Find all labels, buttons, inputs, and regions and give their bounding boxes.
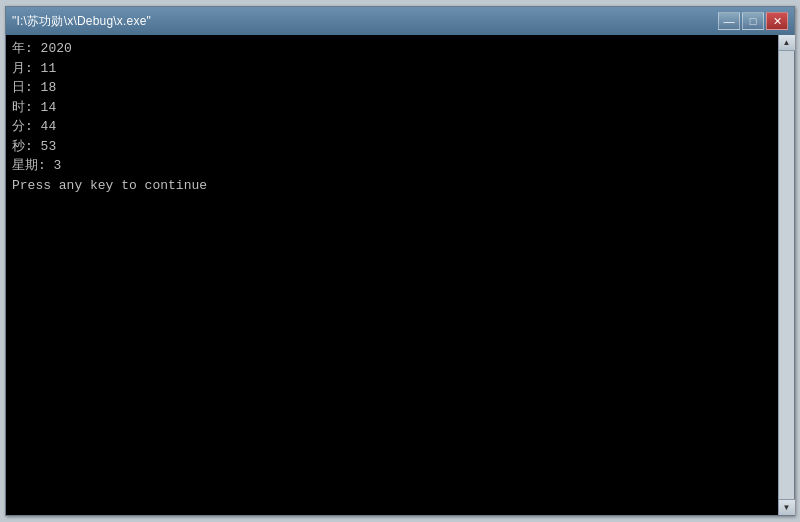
scrollbar-up-button[interactable]: ▲ xyxy=(779,35,795,51)
console-area: 年: 2020月: 11日: 18时: 14分: 44秒: 53星期: 3Pre… xyxy=(6,35,794,515)
console-line: Press any key to continue xyxy=(12,176,772,196)
scrollbar: ▲ ▼ xyxy=(778,35,794,515)
scrollbar-track[interactable] xyxy=(779,51,794,499)
close-button[interactable]: ✕ xyxy=(766,12,788,30)
window-controls: — □ ✕ xyxy=(718,12,788,30)
title-bar: "I:\苏功勋\x\Debug\x.exe" — □ ✕ xyxy=(6,7,794,35)
minimize-button[interactable]: — xyxy=(718,12,740,30)
console-line: 星期: 3 xyxy=(12,156,772,176)
console-line: 月: 11 xyxy=(12,59,772,79)
console-line: 分: 44 xyxy=(12,117,772,137)
maximize-button[interactable]: □ xyxy=(742,12,764,30)
window-title: "I:\苏功勋\x\Debug\x.exe" xyxy=(12,13,151,30)
scrollbar-down-button[interactable]: ▼ xyxy=(779,499,795,515)
console-content: 年: 2020月: 11日: 18时: 14分: 44秒: 53星期: 3Pre… xyxy=(6,35,778,515)
console-line: 日: 18 xyxy=(12,78,772,98)
console-line: 时: 14 xyxy=(12,98,772,118)
console-window: "I:\苏功勋\x\Debug\x.exe" — □ ✕ 年: 2020月: 1… xyxy=(5,6,795,516)
console-line: 秒: 53 xyxy=(12,137,772,157)
console-output: 年: 2020月: 11日: 18时: 14分: 44秒: 53星期: 3Pre… xyxy=(12,39,772,195)
console-line: 年: 2020 xyxy=(12,39,772,59)
